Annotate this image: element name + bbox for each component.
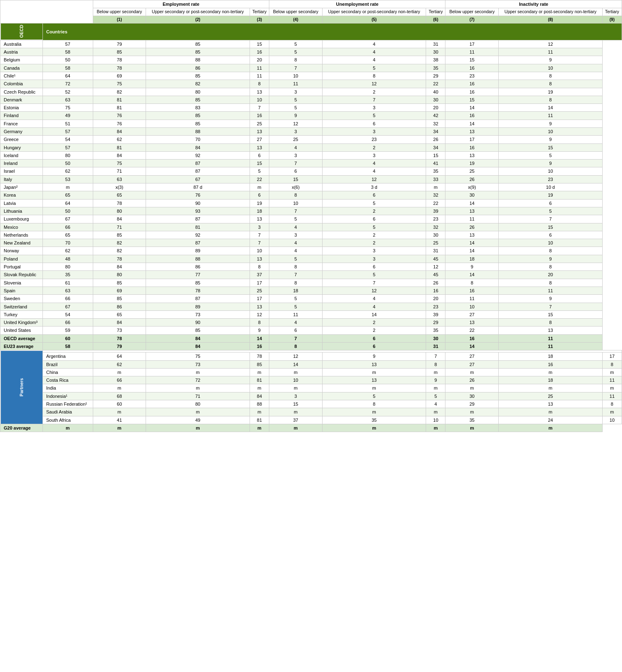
country-name: Norway — [0, 247, 43, 255]
data-cell: 85 — [146, 279, 250, 287]
data-cell: 7 — [269, 207, 322, 215]
data-cell: 41 — [93, 416, 146, 424]
data-cell: 76 — [93, 120, 146, 127]
data-cell: 26 — [426, 279, 445, 287]
data-cell: 17 — [250, 295, 269, 303]
data-cell: 5 — [322, 392, 426, 400]
data-cell: 13 — [445, 151, 499, 159]
data-cell: m — [93, 408, 146, 416]
country-name: Poland — [0, 255, 43, 263]
table-row: Italy536367221512332623 — [0, 175, 622, 183]
data-cell: 12 — [269, 352, 322, 360]
data-cell: 7 — [269, 64, 322, 72]
table-row: Poland487888135345189 — [0, 255, 622, 263]
data-cell: 64 — [93, 352, 146, 360]
data-cell: 81 — [93, 96, 146, 103]
table-row: Brazil6273851413827168 — [0, 360, 622, 368]
data-cell: 8 — [250, 263, 269, 271]
data-cell: 84 — [93, 127, 146, 135]
data-cell: 42 — [426, 112, 445, 120]
table-row: Portugal8084868861298 — [0, 263, 622, 271]
data-cell: 29 — [426, 319, 445, 327]
table-row: Belgium507888208438159 — [0, 56, 622, 64]
data-cell: m — [602, 368, 622, 376]
data-cell: 35 — [426, 64, 445, 72]
country-name: G20 average — [0, 424, 43, 432]
data-cell: 10 — [499, 127, 603, 135]
unemp-upper-secondary: Upper secondary or post-secondary non-te… — [322, 8, 426, 16]
data-cell: 6 — [322, 120, 426, 127]
data-cell: 86 — [146, 263, 250, 271]
data-cell: 80 — [93, 271, 146, 279]
table-row: Indiammmmmmmmm — [0, 384, 622, 392]
data-cell: 4 — [322, 48, 426, 56]
data-cell: 69 — [93, 287, 146, 294]
data-cell: 67 — [42, 215, 93, 223]
country-name: Denmark — [0, 96, 43, 103]
data-cell: 14 — [445, 343, 499, 350]
data-cell: 8 — [499, 247, 603, 255]
country-name: Belgium — [0, 56, 43, 64]
data-cell: m — [269, 424, 322, 432]
table-row: Costa Rica66728110139261811 — [0, 376, 622, 384]
table-row: Ireland507587157441199 — [0, 160, 622, 167]
data-cell: 26 — [426, 136, 445, 143]
data-cell: 30 — [426, 231, 445, 239]
data-cell: 11 — [445, 215, 499, 223]
data-cell: 8 — [250, 319, 269, 327]
data-cell: 5 — [250, 167, 269, 175]
data-cell: 5 — [269, 215, 322, 223]
data-cell: 78 — [146, 287, 250, 294]
emp-tertiary: Tertiary — [250, 8, 269, 16]
table-row: Canada5878861175351610 — [0, 64, 622, 72]
data-cell: 85 — [93, 48, 146, 56]
data-cell: 13 — [250, 303, 269, 310]
data-cell: 11 — [499, 112, 603, 120]
table-row: United Kingdom³66849084229138 — [0, 319, 622, 327]
emp-upper-secondary: Upper secondary or post-secondary non-te… — [146, 8, 250, 16]
data-cell: 8 — [269, 263, 322, 271]
data-cell: 85 — [146, 96, 250, 103]
data-cell: 87 — [146, 167, 250, 175]
data-cell: 8 — [426, 360, 445, 368]
country-name: Austria — [0, 48, 43, 56]
data-cell: 4 — [269, 247, 322, 255]
data-cell: 20 — [426, 104, 445, 112]
data-cell: 13 — [499, 400, 603, 408]
data-cell: 87 — [146, 239, 250, 247]
data-cell: 62 — [42, 247, 93, 255]
data-cell: 32 — [426, 120, 445, 127]
table-row: Slovak Republic3580773775451420 — [0, 271, 622, 279]
data-cell: 14 — [250, 334, 269, 342]
data-cell: 2 — [322, 207, 426, 215]
data-cell: m — [499, 368, 603, 376]
country-name: EU23 average — [0, 343, 43, 350]
data-cell: 17 — [445, 40, 499, 48]
data-cell: 8 — [322, 400, 426, 408]
table-row: Hungary5781841342341615 — [0, 143, 622, 151]
data-cell: m — [42, 183, 93, 191]
country-name: China — [42, 368, 93, 376]
data-cell: 88 — [146, 56, 250, 64]
data-cell: 62 — [93, 136, 146, 143]
data-cell: 7 — [250, 239, 269, 247]
table-row: Saudi Arabiammmmmmmmm — [0, 408, 622, 416]
data-cell: 80 — [146, 88, 250, 96]
data-cell: 16 — [445, 143, 499, 151]
country-name: Turkey — [0, 310, 43, 318]
data-cell: m — [602, 408, 622, 416]
data-cell: 9 — [499, 120, 603, 127]
data-cell: 30 — [426, 48, 445, 56]
data-cell: 2 — [322, 319, 426, 327]
col-num-2: (2) — [146, 16, 250, 23]
data-cell: 25 — [250, 120, 269, 127]
table-row: France5176852512632149 — [0, 120, 622, 127]
data-cell: 34 — [426, 127, 445, 135]
col-num-7: (7) — [445, 16, 499, 23]
data-cell: 84 — [93, 319, 146, 327]
data-cell: 5 — [269, 295, 322, 303]
data-cell: 89 — [146, 303, 250, 310]
data-cell: 78 — [93, 64, 146, 72]
data-cell: 92 — [146, 151, 250, 159]
countries-header: Countries — [42, 23, 622, 40]
